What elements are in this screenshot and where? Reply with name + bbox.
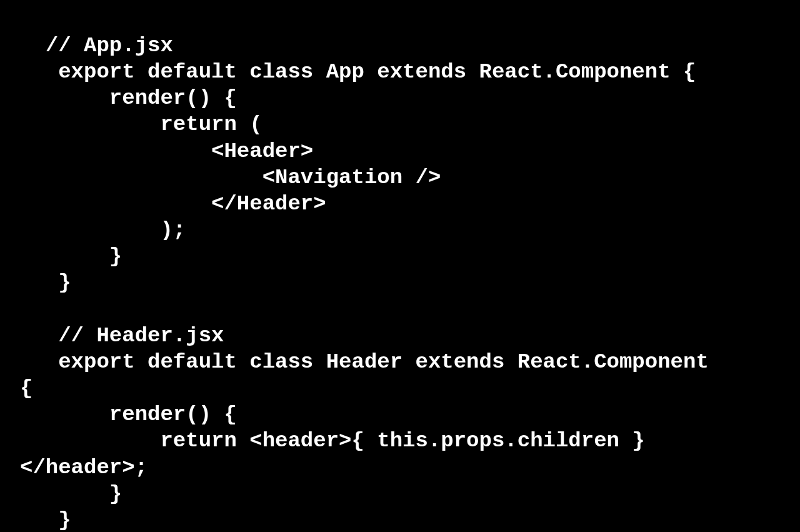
code-line: render() {	[20, 86, 237, 110]
code-line: return (	[20, 113, 262, 136]
code-line: // Header.jsx	[20, 324, 224, 348]
code-line: }	[20, 508, 71, 532]
code-line: }	[20, 271, 71, 294]
code-line: );	[20, 218, 186, 242]
code-line: export default class Header extends Reac…	[20, 350, 709, 374]
code-line: }	[20, 482, 122, 506]
code-line: <Header>	[20, 139, 313, 163]
code-line: // App.jsx	[20, 34, 173, 58]
code-line: export default class App extends React.C…	[20, 60, 696, 84]
code-line: <Navigation />	[20, 166, 441, 189]
code-line: </Header>	[20, 192, 326, 216]
code-line: </header>;	[20, 456, 148, 479]
code-line: {	[20, 376, 32, 400]
code-line: return <header>{ this.props.children }	[20, 429, 645, 453]
code-line: }	[20, 244, 122, 268]
code-line: render() {	[20, 403, 237, 426]
code-snippet: // App.jsx export default class App exte…	[0, 0, 800, 532]
